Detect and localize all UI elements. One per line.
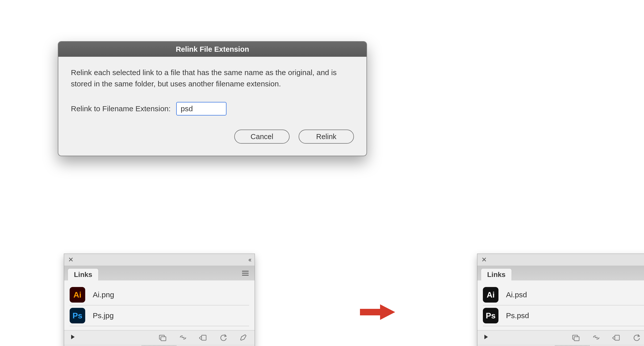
relink-button-label: Relink [316,133,337,141]
list-item[interactable]: Ps Ps.psd [483,306,644,325]
tab-label: Links [487,271,505,279]
dialog-titlebar[interactable]: Relink File Extension [58,42,366,57]
extension-row: Relink to Filename Extension: [71,102,354,116]
svg-rect-16 [615,335,619,340]
link-filename: Ai.psd [506,291,527,299]
svg-marker-12 [484,335,488,339]
relink-icon[interactable] [178,333,188,341]
links-panel-after: ✕ ‹‹ Links Ai Ai.psd Ps Ps.psd [477,254,644,346]
link-filename: Ps.psd [506,311,529,320]
cancel-button[interactable]: Cancel [234,130,290,144]
tabs-spacer [512,266,644,280]
svg-marker-8 [360,304,395,320]
svg-rect-7 [202,335,206,340]
close-icon[interactable]: ✕ [68,256,74,264]
dialog-body: Relink each selected link to a file that… [58,57,366,156]
close-icon[interactable]: ✕ [481,256,487,264]
relink-from-cc-icon[interactable] [571,333,581,341]
edit-original-icon[interactable] [238,333,249,341]
panel-list: Ai Ai.png Ps Ps.jpg [64,280,255,330]
tab-links[interactable]: Links [481,268,512,280]
update-link-icon[interactable] [218,333,228,341]
row-separator [483,305,644,305]
svg-rect-5 [161,337,166,341]
list-item[interactable]: Ai Ai.png [70,285,249,305]
list-item[interactable]: Ps Ps.jpg [70,306,249,325]
dialog-title: Relink File Extension [176,45,249,53]
panel-topbar: ✕ ‹‹ [477,254,644,266]
panel-footer [477,330,644,344]
panel-resize-grip[interactable] [477,344,644,346]
svg-marker-3 [71,335,75,339]
row-separator [70,326,249,326]
relink-file-extension-dialog: Relink File Extension Relink each select… [58,41,367,156]
disclosure-triangle-icon[interactable] [483,334,489,341]
photoshop-icon: Ps [483,308,498,323]
panel-footer [64,330,255,344]
row-separator [70,305,249,305]
illustrator-icon: Ai [483,287,498,303]
disclosure-triangle-icon[interactable] [70,334,76,341]
relink-button[interactable]: Relink [299,130,354,144]
extension-label: Relink to Filename Extension: [71,104,171,113]
goto-link-icon[interactable] [611,333,622,341]
arrow-icon [360,303,395,321]
illustrator-icon: Ai [70,287,85,303]
photoshop-icon: Ps [70,308,85,323]
tabs-spacer [99,266,240,280]
panel-resize-grip[interactable] [64,344,255,346]
relink-icon[interactable] [591,333,602,341]
tab-label: Links [74,271,92,279]
panel-topbar: ✕ ‹‹ [64,254,255,266]
tab-links[interactable]: Links [68,268,99,280]
dialog-buttons: Cancel Relink [71,130,354,144]
panel-tabs: Links [64,266,255,280]
dialog-description: Relink each selected link to a file that… [71,67,354,89]
row-separator [483,326,644,326]
extension-input[interactable] [176,102,226,116]
goto-link-icon[interactable] [198,333,208,341]
update-link-icon[interactable] [631,333,642,341]
svg-rect-14 [574,337,579,341]
link-filename: Ps.jpg [93,311,114,320]
panel-tabs: Links [477,266,644,280]
panel-menu-icon[interactable] [240,266,251,280]
relink-from-cc-icon[interactable] [158,333,168,341]
panel-list: Ai Ai.psd Ps Ps.psd [477,280,644,330]
link-filename: Ai.png [93,291,114,299]
links-panel-before: ✕ ‹‹ Links Ai Ai.png Ps Ps.jpg [64,254,255,346]
list-item[interactable]: Ai Ai.psd [483,285,644,305]
collapse-icon[interactable]: ‹‹ [248,256,251,264]
cancel-button-label: Cancel [251,133,273,141]
